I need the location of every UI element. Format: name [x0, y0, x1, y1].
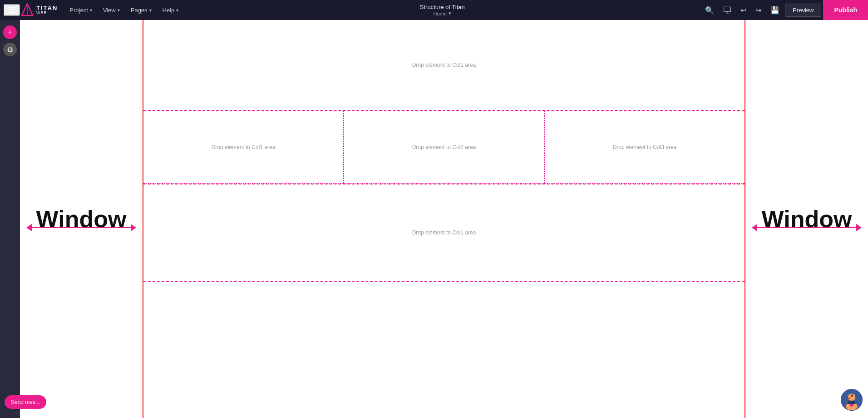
col2-cell[interactable]: Drop element to Col2 area [344, 111, 544, 184]
col2-drop-label: Drop element to Col2 area [412, 144, 476, 150]
top-navigation: ☰ TITAN WEB Project ▾ View ▾ Pages ▾ Hel… [0, 0, 868, 20]
col1-cell[interactable]: Drop element to Col1 area [143, 111, 344, 184]
publish-button[interactable]: Publish [823, 0, 868, 20]
chevron-down-icon: ▾ [90, 8, 92, 13]
logo-web: WEB [36, 11, 58, 15]
chat-button[interactable]: Send mes... [5, 395, 46, 409]
add-element-button[interactable]: + [3, 25, 17, 39]
device-preview-button[interactable] [720, 3, 735, 17]
col3-drop-label: Drop element to Col3 area [613, 144, 677, 150]
svg-rect-8 [848, 401, 855, 404]
nav-item-help[interactable]: Help ▾ [158, 4, 183, 16]
row3-drop-label: Drop element to Col1 area [412, 229, 476, 236]
main-layout: + ⚙ Window Drop element to Col1 area Dro… [0, 20, 868, 418]
undo-button[interactable]: ↩ [737, 3, 750, 17]
right-window-panel: Window [745, 20, 868, 418]
nav-item-pages[interactable]: Pages ▾ [126, 4, 156, 16]
monitor-icon [723, 6, 731, 14]
logo: TITAN WEB [20, 3, 58, 17]
row1-drop-label: Drop element to Col1 area [412, 62, 476, 68]
settings-button[interactable]: ⚙ [3, 43, 17, 56]
page-title: Structure of Titan [420, 4, 465, 10]
nav-item-project[interactable]: Project ▾ [65, 4, 96, 16]
support-avatar-image: ★ [841, 388, 863, 412]
chevron-down-icon: ▾ [176, 8, 178, 13]
nav-center: Structure of Titan Home ▾ [183, 4, 701, 16]
row-single-top[interactable]: Drop element to Col1 area [143, 20, 745, 111]
left-window-arrow [20, 227, 143, 228]
redo-button[interactable]: ↪ [752, 3, 765, 17]
right-window-arrow [745, 227, 868, 228]
search-button[interactable]: 🔍 [701, 3, 718, 17]
nav-menu: Project ▾ View ▾ Pages ▾ Help ▾ [65, 4, 183, 16]
row-three-cols[interactable]: Drop element to Col1 area Drop element t… [143, 111, 745, 184]
titan-logo-icon [20, 3, 35, 17]
save-button[interactable]: 💾 [767, 3, 783, 17]
nav-actions: 🔍 ↩ ↪ 💾 Preview Publish [701, 0, 864, 20]
left-sidebar: + ⚙ [0, 20, 20, 418]
svg-text:★: ★ [850, 393, 854, 398]
chevron-down-icon: ▾ [118, 8, 120, 13]
hamburger-button[interactable]: ☰ [4, 4, 20, 16]
left-window-label: Window [36, 205, 127, 233]
logo-text: TITAN WEB [36, 5, 58, 15]
left-window-panel: Window [20, 20, 143, 418]
col1-drop-label: Drop element to Col1 area [212, 144, 276, 150]
canvas-area: Window Drop element to Col1 area Drop el… [20, 20, 868, 418]
right-arrow-line [752, 227, 861, 228]
chevron-down-icon: ▾ [449, 10, 451, 16]
support-avatar[interactable]: ★ [840, 388, 863, 412]
nav-item-view[interactable]: View ▾ [99, 4, 124, 16]
left-arrow-line [27, 227, 136, 228]
row-single-bottom[interactable]: Drop element to Col1 area [143, 184, 745, 282]
chevron-down-icon: ▾ [149, 8, 152, 13]
svg-point-10 [848, 397, 850, 399]
editor-canvas[interactable]: Drop element to Col1 area Drop element t… [143, 20, 745, 418]
right-window-label: Window [762, 205, 852, 233]
breadcrumb: Home ▾ [434, 10, 451, 16]
col3-cell[interactable]: Drop element to Col3 area [544, 111, 745, 184]
preview-button[interactable]: Preview [785, 4, 821, 17]
svg-rect-2 [724, 7, 731, 12]
